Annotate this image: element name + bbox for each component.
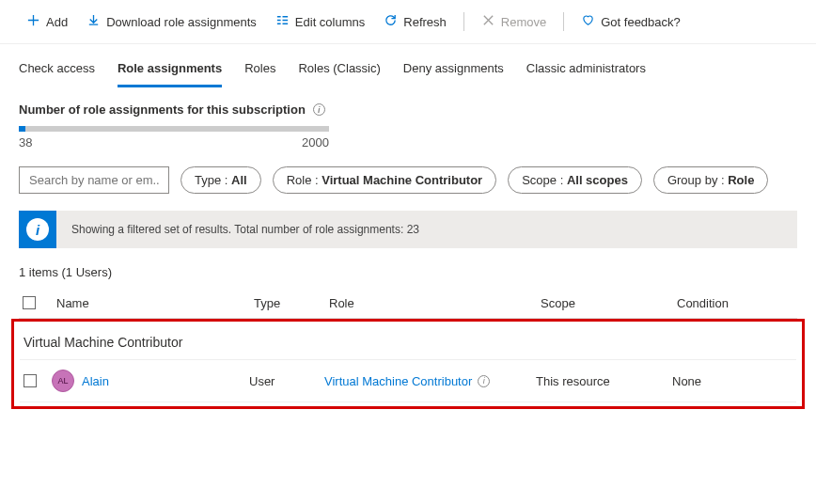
table-row[interactable]: AL Alain User Virtual Machine Contributo… bbox=[20, 359, 796, 402]
quota-bar bbox=[19, 126, 329, 132]
heart-icon bbox=[581, 13, 595, 30]
info-banner-icon: i bbox=[19, 211, 56, 248]
quota-fill bbox=[19, 126, 25, 132]
separator bbox=[563, 12, 564, 31]
col-type[interactable]: Type bbox=[254, 296, 329, 310]
feedback-label: Got feedback? bbox=[601, 15, 681, 29]
highlighted-result: Virtual Machine Contributor AL Alain Use… bbox=[11, 319, 805, 409]
edit-columns-button[interactable]: Edit columns bbox=[268, 8, 372, 36]
filter-type[interactable]: Type : All bbox=[180, 166, 261, 194]
tabs: Check access Role assignments Roles Role… bbox=[0, 44, 816, 87]
table-header: Name Type Role Scope Condition bbox=[19, 289, 797, 319]
col-role[interactable]: Role bbox=[329, 296, 541, 310]
remove-button: Remove bbox=[474, 8, 554, 36]
info-icon[interactable]: i bbox=[313, 103, 325, 116]
info-icon[interactable]: i bbox=[478, 375, 490, 387]
quota-current: 38 bbox=[19, 135, 32, 150]
tab-role-assignments[interactable]: Role assignments bbox=[118, 55, 222, 87]
search-input[interactable] bbox=[19, 166, 169, 194]
download-icon bbox=[86, 13, 101, 30]
plus-icon bbox=[26, 13, 40, 30]
tab-roles-classic[interactable]: Roles (Classic) bbox=[298, 55, 380, 87]
columns-icon bbox=[275, 13, 290, 30]
row-checkbox[interactable] bbox=[24, 374, 37, 387]
refresh-icon bbox=[384, 13, 398, 30]
tab-deny-assignments[interactable]: Deny assignments bbox=[403, 55, 504, 87]
add-button[interactable]: Add bbox=[19, 8, 75, 36]
filter-groupby[interactable]: Group by : Role bbox=[653, 166, 768, 194]
edit-columns-label: Edit columns bbox=[295, 15, 365, 29]
group-header: Virtual Machine Contributor bbox=[20, 325, 796, 359]
download-label: Download role assignments bbox=[106, 15, 257, 29]
col-scope[interactable]: Scope bbox=[541, 296, 677, 310]
cell-type: User bbox=[249, 374, 324, 388]
role-link[interactable]: Virtual Machine Contributor bbox=[324, 374, 472, 388]
tab-classic-administrators[interactable]: Classic administrators bbox=[526, 55, 646, 87]
col-name[interactable]: Name bbox=[56, 296, 254, 310]
results-count: 1 items (1 Users) bbox=[0, 265, 816, 289]
filter-scope[interactable]: Scope : All scopes bbox=[508, 166, 642, 194]
avatar: AL bbox=[52, 370, 74, 392]
quota-max: 2000 bbox=[302, 135, 329, 150]
feedback-button[interactable]: Got feedback? bbox=[573, 8, 688, 36]
add-label: Add bbox=[46, 15, 68, 29]
tab-check-access[interactable]: Check access bbox=[19, 55, 95, 87]
download-button[interactable]: Download role assignments bbox=[79, 8, 264, 36]
refresh-label: Refresh bbox=[403, 15, 447, 29]
select-all-checkbox[interactable] bbox=[23, 296, 36, 309]
quota-heading: Number of role assignments for this subs… bbox=[19, 102, 306, 117]
col-condition[interactable]: Condition bbox=[677, 296, 771, 310]
remove-icon bbox=[481, 13, 495, 30]
filter-role[interactable]: Role : Virtual Machine Contributor bbox=[273, 166, 497, 194]
filter-alert: i Showing a filtered set of results. Tot… bbox=[19, 211, 797, 248]
alert-text: Showing a filtered set of results. Total… bbox=[71, 223, 419, 236]
cell-condition: None bbox=[672, 374, 766, 388]
filter-row: Type : All Role : Virtual Machine Contri… bbox=[0, 150, 816, 211]
quota-section: Number of role assignments for this subs… bbox=[0, 87, 816, 150]
cell-scope: This resource bbox=[536, 374, 672, 388]
command-bar: Add Download role assignments Edit colum… bbox=[0, 0, 816, 44]
remove-label: Remove bbox=[501, 15, 546, 29]
user-link[interactable]: Alain bbox=[82, 374, 109, 388]
refresh-button[interactable]: Refresh bbox=[376, 8, 454, 36]
separator bbox=[463, 12, 464, 31]
tab-roles[interactable]: Roles bbox=[244, 55, 275, 87]
